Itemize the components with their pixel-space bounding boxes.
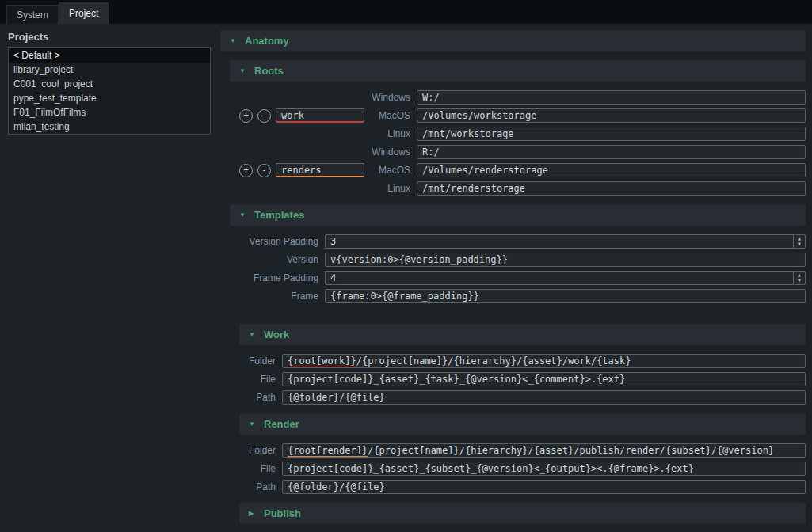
project-list-item[interactable]: library_project <box>9 63 210 77</box>
root-macos-value: /Volumes/workstorage <box>422 110 537 121</box>
root-macos-input[interactable]: /Volumes/workstorage <box>417 108 806 123</box>
main-tabbar: System Project <box>0 0 812 24</box>
work-folder-rest: /{project[name]}/{hierarchy}/{asset}/wor… <box>356 355 631 367</box>
work-path-input[interactable]: {@folder}/{@file} <box>282 390 806 405</box>
templates-section-header[interactable]: ▼ Templates <box>230 204 806 226</box>
add-root-button[interactable]: + <box>239 164 253 177</box>
chevron-right-icon: ▶ <box>249 510 257 517</box>
root-reference: {root[work]} <box>288 355 356 368</box>
root-windows-value: W:/ <box>422 92 440 103</box>
chevron-down-icon: ▼ <box>239 67 247 74</box>
projects-sidebar: Projects < Default > library_project C00… <box>0 24 214 532</box>
root-entry-controls: + - work <box>239 108 371 123</box>
anatomy-section-title: Anatomy <box>245 35 289 47</box>
spin-up-icon[interactable]: ▲ <box>798 237 801 241</box>
root-name-value: renders <box>281 165 322 176</box>
file-label: File <box>239 463 276 474</box>
spin-down-icon[interactable]: ▼ <box>798 242 801 246</box>
frame-label: Frame <box>239 291 318 302</box>
path-label: Path <box>239 481 276 492</box>
macos-label: MacOS <box>371 110 410 121</box>
work-section-header[interactable]: ▼ Work <box>239 324 806 345</box>
version-label: Version <box>239 254 318 265</box>
root-windows-value: R:/ <box>422 146 440 158</box>
frame-value: {frame:0>{@frame_padding}} <box>330 291 479 302</box>
frame-padding-value: 4 <box>330 272 336 283</box>
folder-label: Folder <box>239 445 276 456</box>
settings-panel: ▼ Anatomy ▼ Roots + - <box>214 24 812 532</box>
publish-section-title: Publish <box>264 507 301 519</box>
render-folder-input[interactable]: {root[render]}/{project[name]}/{hierarch… <box>282 443 806 458</box>
frame-input[interactable]: {frame:0>{@frame_padding}} <box>325 289 806 303</box>
root-windows-input[interactable]: R:/ <box>417 145 806 159</box>
version-input[interactable]: v{version:0>{@version_padding}} <box>325 253 806 267</box>
version-padding-input[interactable]: 3 ▲ ▼ <box>325 234 806 249</box>
render-section-title: Render <box>264 418 299 430</box>
project-list-item[interactable]: milan_testing <box>9 120 210 134</box>
project-list: < Default > library_project C001_cool_pr… <box>8 48 211 135</box>
chevron-down-icon: ▼ <box>249 420 257 428</box>
root-linux-input[interactable]: /mnt/renderstorage <box>417 181 806 196</box>
project-list-item[interactable]: C001_cool_project <box>9 77 210 91</box>
publish-section-header[interactable]: ▶ Publish <box>239 503 806 524</box>
frame-padding-input[interactable]: 4 ▲ ▼ <box>325 271 806 285</box>
anatomy-section-header[interactable]: ▼ Anatomy <box>220 30 806 51</box>
frame-padding-label: Frame Padding <box>239 272 318 283</box>
remove-root-button[interactable]: - <box>257 109 271 123</box>
section-render: ▼ Render Folder {root[render]}/{project[… <box>239 413 806 494</box>
macos-label: MacOS <box>371 165 410 176</box>
section-publish: ▶ Publish <box>239 503 806 524</box>
window-content: Projects < Default > library_project C00… <box>0 24 812 532</box>
windows-label: Windows <box>371 92 410 103</box>
render-file-value: {project[code]}_{asset}_{subset}_{@versi… <box>288 463 694 474</box>
project-list-item[interactable]: pype_test_template <box>9 91 210 105</box>
chevron-down-icon: ▼ <box>230 37 238 44</box>
root-entry-paths: Windows R:/ MacOS /Volumes/renderstorage… <box>371 145 806 196</box>
root-entry-work: + - work Windows W:/ <box>239 90 806 141</box>
tab-system[interactable]: System <box>6 5 59 24</box>
root-name-input[interactable]: renders <box>276 163 364 177</box>
section-anatomy: ▼ Anatomy ▼ Roots + - <box>220 30 806 524</box>
chevron-down-icon: ▼ <box>249 331 257 338</box>
templates-section-title: Templates <box>254 209 304 221</box>
spin-up-icon[interactable]: ▲ <box>798 273 801 277</box>
work-file-value: {project[code]}_{asset}_{task}_{@version… <box>288 374 625 385</box>
section-templates: ▼ Templates Version Padding 3 ▲ ▼ <box>230 204 806 524</box>
root-name-input[interactable]: work <box>276 108 364 123</box>
frame-padding-spinner[interactable]: ▲ ▼ <box>793 272 805 284</box>
tab-project[interactable]: Project <box>59 2 109 24</box>
section-roots: ▼ Roots + - work <box>230 60 806 196</box>
render-path-input[interactable]: {@folder}/{@file} <box>282 480 806 494</box>
project-list-item[interactable]: F01_FilmOfFilms <box>9 105 210 120</box>
root-windows-input[interactable]: W:/ <box>417 90 806 104</box>
root-macos-input[interactable]: /Volumes/renderstorage <box>417 163 806 177</box>
version-padding-label: Version Padding <box>239 236 318 247</box>
root-macos-value: /Volumes/renderstorage <box>422 165 548 176</box>
version-padding-value: 3 <box>330 236 336 247</box>
spin-down-icon[interactable]: ▼ <box>798 279 801 283</box>
render-section-header[interactable]: ▼ Render <box>239 413 806 435</box>
work-path-value: {@folder}/{@file} <box>288 392 385 403</box>
section-work: ▼ Work Folder {root[work]}/{project[name… <box>239 324 806 405</box>
roots-section-title: Roots <box>254 65 284 77</box>
render-path-value: {@folder}/{@file} <box>288 481 385 492</box>
project-list-item[interactable]: < Default > <box>9 48 210 63</box>
version-padding-spinner[interactable]: ▲ ▼ <box>793 235 805 248</box>
root-entry-paths: Windows W:/ MacOS /Volumes/workstorage L… <box>371 90 806 141</box>
root-linux-input[interactable]: /mnt/workstorage <box>417 127 806 141</box>
version-value: v{version:0>{@version_padding}} <box>330 254 508 265</box>
add-root-button[interactable]: + <box>239 109 253 123</box>
path-label: Path <box>239 392 276 403</box>
root-reference: {root[render]} <box>288 445 368 458</box>
work-file-input[interactable]: {project[code]}_{asset}_{task}_{@version… <box>282 372 806 386</box>
root-entry-controls: + - renders <box>239 163 371 177</box>
folder-label: Folder <box>239 355 276 367</box>
linux-label: Linux <box>371 183 410 194</box>
remove-root-button[interactable]: - <box>257 164 271 177</box>
render-file-input[interactable]: {project[code]}_{asset}_{subset}_{@versi… <box>282 462 806 476</box>
roots-section-header[interactable]: ▼ Roots <box>230 60 806 82</box>
work-folder-input[interactable]: {root[work]}/{project[name]}/{hierarchy}… <box>282 354 806 368</box>
file-label: File <box>239 374 276 385</box>
root-entry-renders: + - renders Windows R:/ <box>239 145 806 196</box>
linux-label: Linux <box>371 128 410 139</box>
